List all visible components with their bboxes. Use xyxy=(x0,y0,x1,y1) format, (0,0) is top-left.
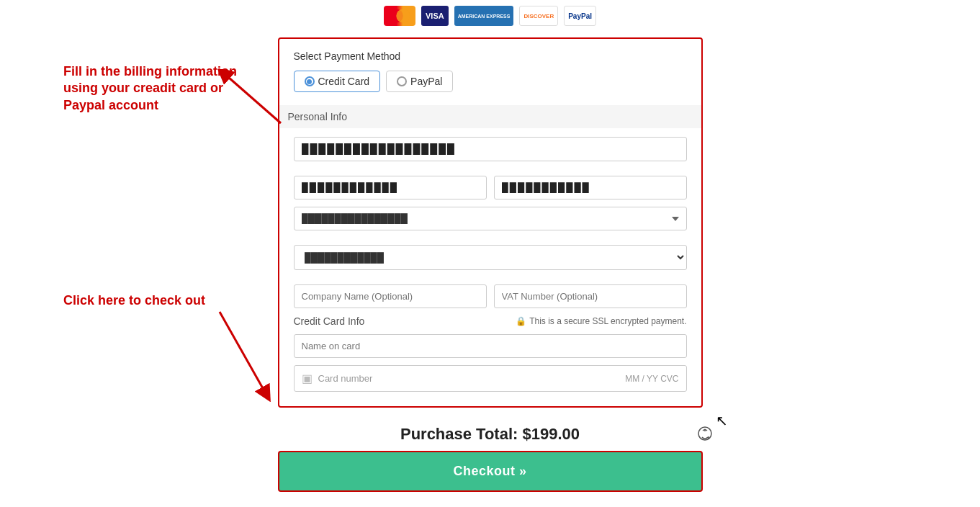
card-number-field[interactable]: ▣ Card number MM / YY CVC xyxy=(294,365,687,392)
radio-credit-card xyxy=(305,76,315,86)
personal-info-header: Personal Info xyxy=(279,105,701,128)
tab-paypal[interactable]: PayPal xyxy=(386,71,453,92)
brand-logos: VISA AMERICAN EXPRESS DISCOVER PayPal xyxy=(0,0,980,35)
radio-paypal xyxy=(397,76,407,86)
svg-point-1 xyxy=(396,9,410,23)
svg-line-2 xyxy=(223,73,281,123)
name-row xyxy=(294,176,687,199)
first-name-wrapper xyxy=(294,176,487,199)
card-number-placeholder: Card number xyxy=(318,373,373,384)
payment-tabs: Credit Card PayPal xyxy=(294,71,687,92)
purchase-label: Purchase Total: xyxy=(400,425,518,443)
ssl-note: 🔒 This is a secure SSL encrypted payment… xyxy=(516,316,686,326)
arrow-checkout-icon xyxy=(212,308,284,402)
ssl-text: This is a secure SSL encrypted payment. xyxy=(529,316,686,326)
credit-card-section-header: Credit Card Info 🔒 This is a secure SSL … xyxy=(294,315,687,327)
country-select[interactable]: ████████████████ xyxy=(294,207,687,230)
paypal-logo: PayPal xyxy=(564,6,596,26)
company-vat-row xyxy=(294,284,687,308)
annotation-checkout: Click here to check out xyxy=(63,292,251,309)
checkout-button-wrapper: Checkout » xyxy=(0,451,980,492)
lock-icon: 🔒 xyxy=(516,316,526,326)
state-select[interactable]: ████████████ xyxy=(294,245,687,270)
discover-logo: DISCOVER xyxy=(519,6,558,26)
card-chip-icon: ▣ xyxy=(302,372,313,385)
tab-paypal-label: PayPal xyxy=(410,76,442,87)
click-checkout-text: Click here to check out xyxy=(63,293,205,308)
vat-number-input[interactable] xyxy=(494,284,687,308)
last-name-wrapper xyxy=(494,176,687,199)
country-wrapper: ████████████████ xyxy=(294,207,687,238)
payment-panel: Select Payment Method Credit Card PayPal… xyxy=(278,37,703,408)
mastercard-logo xyxy=(384,6,415,26)
purchase-area: Purchase Total: $199.00 xyxy=(0,425,980,444)
purchase-amount: $199.00 xyxy=(523,425,580,443)
company-name-input[interactable] xyxy=(294,284,487,308)
checkout-button[interactable]: Checkout » xyxy=(278,451,703,492)
arrow-fill-icon xyxy=(216,69,288,127)
fill-billing-text: Fill in the billing information using yo… xyxy=(63,64,237,112)
full-name-input[interactable] xyxy=(294,137,687,161)
tab-credit-card[interactable]: Credit Card xyxy=(294,71,381,92)
refresh-icon xyxy=(696,425,714,442)
visa-logo: VISA xyxy=(421,6,449,26)
refresh-icon-wrapper[interactable] xyxy=(696,425,714,445)
page-wrapper: VISA AMERICAN EXPRESS DISCOVER PayPal Fi… xyxy=(0,0,980,507)
panel-title: Select Payment Method xyxy=(294,50,687,62)
tab-credit-card-label: Credit Card xyxy=(318,76,370,87)
purchase-total: Purchase Total: $199.00 xyxy=(400,425,580,444)
name-on-card-input[interactable] xyxy=(294,334,687,358)
full-name-field-wrapper xyxy=(294,137,687,169)
credit-card-title: Credit Card Info xyxy=(294,315,365,327)
main-layout: Fill in the billing information using yo… xyxy=(0,35,980,408)
state-wrapper: ████████████ xyxy=(294,245,687,277)
first-name-input[interactable] xyxy=(294,176,487,199)
svg-line-3 xyxy=(220,312,266,395)
card-expiry-cvc: MM / YY CVC xyxy=(625,374,678,384)
amex-logo: AMERICAN EXPRESS xyxy=(454,6,514,26)
last-name-input[interactable] xyxy=(494,176,687,199)
